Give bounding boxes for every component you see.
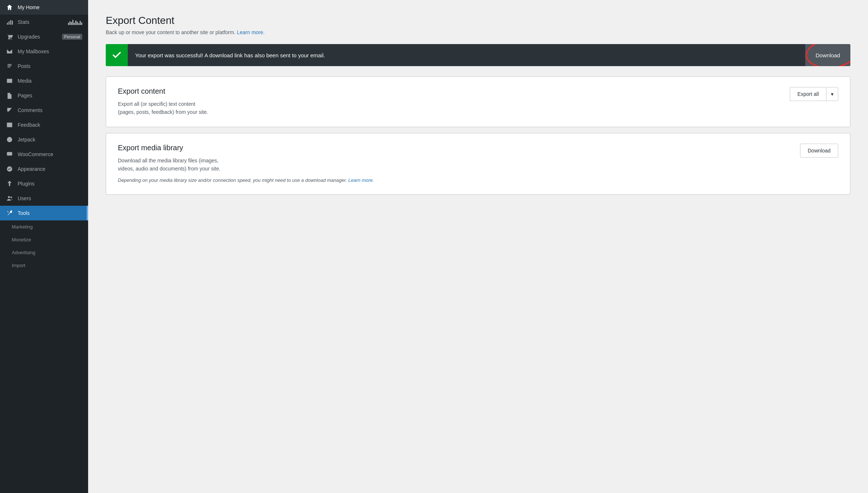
woocommerce-icon xyxy=(6,151,13,158)
sidebar-submenu-label: Advertising xyxy=(12,250,82,255)
sidebar-item-comments[interactable]: Comments xyxy=(0,103,88,118)
sidebar-submenu-label: Marketing xyxy=(12,224,82,230)
users-icon xyxy=(6,195,13,202)
media-icon xyxy=(6,77,13,84)
svg-rect-6 xyxy=(7,123,12,127)
comments-icon xyxy=(6,107,13,114)
sidebar-submenu-label: Import xyxy=(12,263,82,268)
sidebar-item-label: Feedback xyxy=(18,122,82,128)
sidebar-item-label: Posts xyxy=(18,63,82,69)
sidebar-item-label: Jetpack xyxy=(18,137,82,143)
sidebar-item-label: Tools xyxy=(18,210,82,216)
sidebar-item-posts[interactable]: Posts xyxy=(0,59,88,73)
sidebar-item-feedback[interactable]: Feedback xyxy=(0,118,88,132)
sidebar-submenu-marketing[interactable]: Marketing xyxy=(0,220,88,233)
sidebar-item-pages[interactable]: Pages xyxy=(0,88,88,103)
export-media-card: Export media library Download all the me… xyxy=(106,133,850,195)
success-message: Your export was successful! A download l… xyxy=(128,52,805,58)
sidebar-submenu-import[interactable]: Import xyxy=(0,259,88,272)
export-media-note: Depending on your media library size and… xyxy=(118,177,374,184)
svg-rect-2 xyxy=(10,20,11,25)
pages-icon xyxy=(6,92,13,99)
sidebar-item-label: My Mailboxes xyxy=(18,48,82,54)
sidebar-submenu-label: Monetize xyxy=(12,237,82,242)
red-circle-annotation: Download xyxy=(805,44,850,66)
export-all-button[interactable]: Export all xyxy=(790,87,826,101)
upgrades-badge: Personal xyxy=(62,34,82,40)
export-all-wrapper: Export all ▾ xyxy=(790,87,838,101)
sidebar-submenu-monetize[interactable]: Monetize xyxy=(0,233,88,246)
sidebar-item-label: My Home xyxy=(18,4,82,10)
export-media-card-header: Export media library Download all the me… xyxy=(118,144,838,184)
export-content-card-body: Export content Export all (or specific) … xyxy=(118,87,208,116)
export-content-title: Export content xyxy=(118,87,208,96)
home-icon xyxy=(6,4,13,11)
sidebar-item-woocommerce[interactable]: WooCommerce xyxy=(0,147,88,162)
export-media-note-text: Depending on your media library size and… xyxy=(118,177,347,183)
sidebar-item-appearance[interactable]: Appearance xyxy=(0,162,88,176)
sidebar-submenu: Marketing Monetize Advertising Import xyxy=(0,220,88,272)
mail-icon xyxy=(6,48,13,55)
appearance-icon xyxy=(6,165,13,173)
export-all-chevron-button[interactable]: ▾ xyxy=(826,87,838,101)
stats-icon xyxy=(6,18,13,26)
sidebar-item-stats[interactable]: Stats xyxy=(0,15,88,29)
page-subtitle: Back up or move your content to another … xyxy=(106,29,850,35)
main-content: Export Content Back up or move your cont… xyxy=(88,0,868,493)
export-media-card-body: Export media library Download all the me… xyxy=(118,144,374,184)
sidebar-item-label: Plugins xyxy=(18,181,82,187)
upgrades-icon xyxy=(6,33,13,40)
sidebar-item-my-mailboxes[interactable]: My Mailboxes xyxy=(0,44,88,59)
sidebar-item-my-home[interactable]: My Home xyxy=(0,0,88,15)
export-content-card: Export content Export all (or specific) … xyxy=(106,76,850,127)
jetpack-icon xyxy=(6,136,13,143)
feedback-icon xyxy=(6,121,13,129)
sidebar-item-label: WooCommerce xyxy=(18,151,82,157)
sidebar-item-label: Users xyxy=(18,195,82,201)
svg-point-9 xyxy=(8,196,10,198)
plugins-icon xyxy=(6,180,13,187)
page-subtitle-text: Back up or move your content to another … xyxy=(106,29,235,35)
export-media-title: Export media library xyxy=(118,144,374,152)
export-media-desc: Download all the media library files (im… xyxy=(118,156,374,173)
sidebar-item-media[interactable]: Media xyxy=(0,73,88,88)
sidebar-nav: My Home Stats Upgrades Personal My Mailb… xyxy=(0,0,88,220)
sidebar-item-label: Pages xyxy=(18,93,82,98)
tools-icon xyxy=(6,209,13,217)
svg-rect-0 xyxy=(7,23,8,25)
sidebar-item-jetpack[interactable]: Jetpack xyxy=(0,132,88,147)
export-content-card-header: Export content Export all (or specific) … xyxy=(118,87,838,116)
chevron-down-icon: ▾ xyxy=(831,91,833,97)
svg-rect-1 xyxy=(8,21,10,25)
sidebar-item-tools[interactable]: Tools xyxy=(0,206,88,220)
stats-mini-chart xyxy=(68,19,82,25)
svg-point-10 xyxy=(10,197,12,198)
sidebar: My Home Stats Upgrades Personal My Mailb… xyxy=(0,0,88,493)
sidebar-item-label: Stats xyxy=(18,19,64,25)
sidebar-item-users[interactable]: Users xyxy=(0,191,88,206)
posts-icon xyxy=(6,62,13,70)
success-banner: Your export was successful! A download l… xyxy=(106,44,850,66)
success-download-button[interactable]: Download xyxy=(805,44,850,66)
sidebar-item-upgrades[interactable]: Upgrades Personal xyxy=(0,29,88,44)
sidebar-item-label: Comments xyxy=(18,107,82,113)
success-check-icon xyxy=(106,44,128,66)
svg-rect-8 xyxy=(7,152,12,156)
sidebar-item-plugins[interactable]: Plugins xyxy=(0,176,88,191)
learn-more-link[interactable]: Learn more. xyxy=(237,29,264,35)
page-title: Export Content xyxy=(106,15,850,26)
sidebar-item-label: Upgrades xyxy=(18,34,58,40)
svg-rect-3 xyxy=(12,21,13,25)
sidebar-item-label: Media xyxy=(18,78,82,84)
sidebar-submenu-advertising[interactable]: Advertising xyxy=(0,246,88,259)
export-content-desc: Export all (or specific) text content(pa… xyxy=(118,100,208,116)
media-download-button[interactable]: Download xyxy=(800,144,838,158)
sidebar-item-label: Appearance xyxy=(18,166,82,172)
download-button-wrapper: Download xyxy=(800,144,838,158)
media-learn-more-link[interactable]: Learn more. xyxy=(348,177,374,183)
